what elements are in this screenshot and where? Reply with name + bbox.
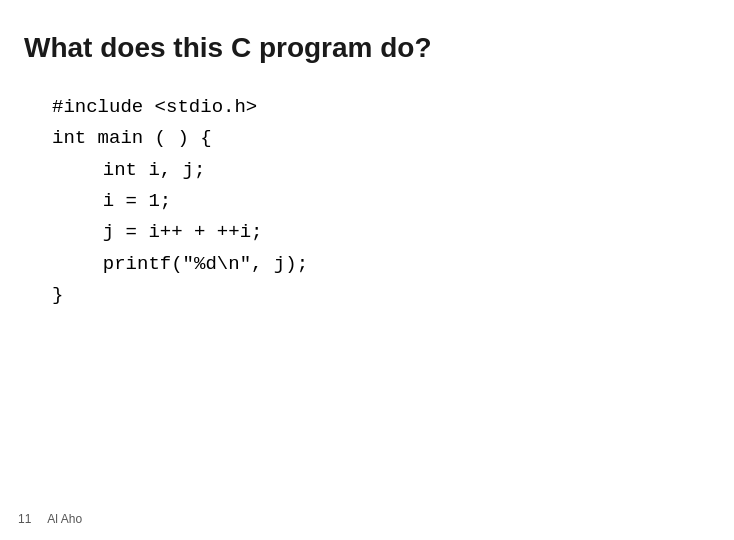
code-line-3: int main ( ) { [52,123,694,154]
code-line-4: int i, j; [52,155,694,186]
code-block: #include <stdio.h> int main ( ) { int i,… [20,92,694,311]
code-line-6: i = 1; [52,186,694,217]
code-line-8: j = i++ + ++i; [52,217,694,248]
slide-container: What does this C program do? #include <s… [0,0,734,540]
page-number: 11 [18,512,31,526]
author-name: Al Aho [47,512,82,526]
code-line-10: printf("%d\n", j); [52,249,694,280]
code-line-1: #include <stdio.h> [52,92,694,123]
slide-title: What does this C program do? [20,32,694,64]
code-line-12: } [52,280,694,311]
footer: 11 Al Aho [18,512,82,526]
